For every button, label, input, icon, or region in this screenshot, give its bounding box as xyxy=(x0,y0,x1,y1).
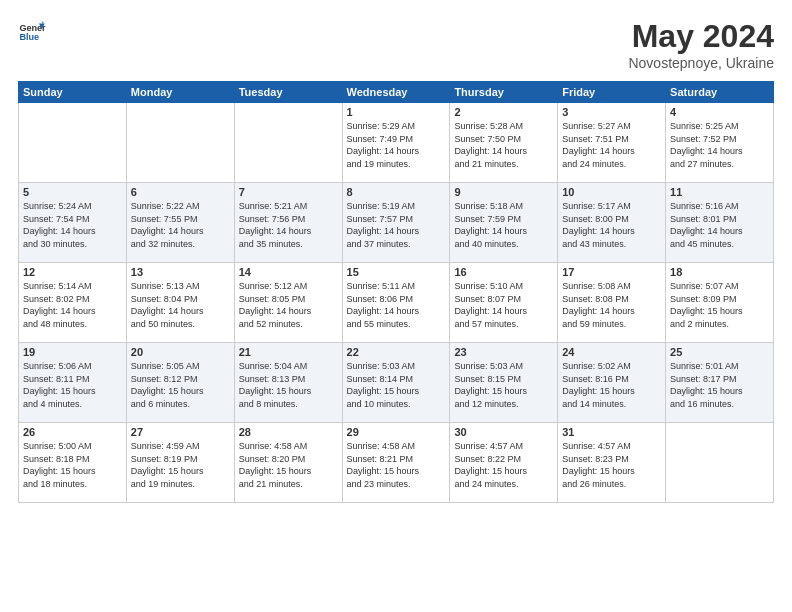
table-row xyxy=(234,103,342,183)
cell-info: Sunrise: 5:22 AM Sunset: 7:55 PM Dayligh… xyxy=(131,200,230,250)
cell-info: Sunrise: 5:10 AM Sunset: 8:07 PM Dayligh… xyxy=(454,280,553,330)
table-row xyxy=(666,423,774,503)
day-number: 21 xyxy=(239,346,338,358)
cell-info: Sunrise: 5:18 AM Sunset: 7:59 PM Dayligh… xyxy=(454,200,553,250)
cell-info: Sunrise: 5:21 AM Sunset: 7:56 PM Dayligh… xyxy=(239,200,338,250)
day-number: 12 xyxy=(23,266,122,278)
calendar: Sunday Monday Tuesday Wednesday Thursday… xyxy=(18,81,774,503)
day-number: 18 xyxy=(670,266,769,278)
table-row: 26Sunrise: 5:00 AM Sunset: 8:18 PM Dayli… xyxy=(19,423,127,503)
day-number: 3 xyxy=(562,106,661,118)
day-number: 27 xyxy=(131,426,230,438)
day-number: 29 xyxy=(347,426,446,438)
table-row: 13Sunrise: 5:13 AM Sunset: 8:04 PM Dayli… xyxy=(126,263,234,343)
cell-info: Sunrise: 5:08 AM Sunset: 8:08 PM Dayligh… xyxy=(562,280,661,330)
cell-info: Sunrise: 5:04 AM Sunset: 8:13 PM Dayligh… xyxy=(239,360,338,410)
table-row: 18Sunrise: 5:07 AM Sunset: 8:09 PM Dayli… xyxy=(666,263,774,343)
cell-info: Sunrise: 4:58 AM Sunset: 8:20 PM Dayligh… xyxy=(239,440,338,490)
table-row: 30Sunrise: 4:57 AM Sunset: 8:22 PM Dayli… xyxy=(450,423,558,503)
cell-info: Sunrise: 5:13 AM Sunset: 8:04 PM Dayligh… xyxy=(131,280,230,330)
day-number: 17 xyxy=(562,266,661,278)
col-wednesday: Wednesday xyxy=(342,82,450,103)
table-row: 23Sunrise: 5:03 AM Sunset: 8:15 PM Dayli… xyxy=(450,343,558,423)
cell-info: Sunrise: 4:58 AM Sunset: 8:21 PM Dayligh… xyxy=(347,440,446,490)
day-number: 19 xyxy=(23,346,122,358)
calendar-week-row: 19Sunrise: 5:06 AM Sunset: 8:11 PM Dayli… xyxy=(19,343,774,423)
cell-info: Sunrise: 5:14 AM Sunset: 8:02 PM Dayligh… xyxy=(23,280,122,330)
calendar-week-row: 1Sunrise: 5:29 AM Sunset: 7:49 PM Daylig… xyxy=(19,103,774,183)
cell-info: Sunrise: 5:05 AM Sunset: 8:12 PM Dayligh… xyxy=(131,360,230,410)
calendar-week-row: 26Sunrise: 5:00 AM Sunset: 8:18 PM Dayli… xyxy=(19,423,774,503)
day-number: 4 xyxy=(670,106,769,118)
col-thursday: Thursday xyxy=(450,82,558,103)
day-number: 15 xyxy=(347,266,446,278)
svg-text:Blue: Blue xyxy=(19,32,39,42)
header: General Blue May 2024 Novostepnoye, Ukra… xyxy=(18,18,774,71)
cell-info: Sunrise: 5:16 AM Sunset: 8:01 PM Dayligh… xyxy=(670,200,769,250)
col-monday: Monday xyxy=(126,82,234,103)
table-row: 12Sunrise: 5:14 AM Sunset: 8:02 PM Dayli… xyxy=(19,263,127,343)
day-number: 8 xyxy=(347,186,446,198)
day-number: 5 xyxy=(23,186,122,198)
day-number: 30 xyxy=(454,426,553,438)
day-number: 10 xyxy=(562,186,661,198)
table-row: 10Sunrise: 5:17 AM Sunset: 8:00 PM Dayli… xyxy=(558,183,666,263)
logo-icon: General Blue xyxy=(18,18,46,46)
day-number: 1 xyxy=(347,106,446,118)
table-row: 20Sunrise: 5:05 AM Sunset: 8:12 PM Dayli… xyxy=(126,343,234,423)
table-row: 15Sunrise: 5:11 AM Sunset: 8:06 PM Dayli… xyxy=(342,263,450,343)
location: Novostepnoye, Ukraine xyxy=(628,55,774,71)
table-row: 5Sunrise: 5:24 AM Sunset: 7:54 PM Daylig… xyxy=(19,183,127,263)
title-block: May 2024 Novostepnoye, Ukraine xyxy=(628,18,774,71)
cell-info: Sunrise: 5:00 AM Sunset: 8:18 PM Dayligh… xyxy=(23,440,122,490)
table-row: 24Sunrise: 5:02 AM Sunset: 8:16 PM Dayli… xyxy=(558,343,666,423)
day-number: 28 xyxy=(239,426,338,438)
table-row xyxy=(19,103,127,183)
day-number: 24 xyxy=(562,346,661,358)
table-row xyxy=(126,103,234,183)
col-friday: Friday xyxy=(558,82,666,103)
table-row: 9Sunrise: 5:18 AM Sunset: 7:59 PM Daylig… xyxy=(450,183,558,263)
cell-info: Sunrise: 5:28 AM Sunset: 7:50 PM Dayligh… xyxy=(454,120,553,170)
day-number: 16 xyxy=(454,266,553,278)
day-number: 31 xyxy=(562,426,661,438)
cell-info: Sunrise: 5:24 AM Sunset: 7:54 PM Dayligh… xyxy=(23,200,122,250)
cell-info: Sunrise: 5:03 AM Sunset: 8:15 PM Dayligh… xyxy=(454,360,553,410)
table-row: 14Sunrise: 5:12 AM Sunset: 8:05 PM Dayli… xyxy=(234,263,342,343)
cell-info: Sunrise: 5:29 AM Sunset: 7:49 PM Dayligh… xyxy=(347,120,446,170)
table-row: 1Sunrise: 5:29 AM Sunset: 7:49 PM Daylig… xyxy=(342,103,450,183)
table-row: 7Sunrise: 5:21 AM Sunset: 7:56 PM Daylig… xyxy=(234,183,342,263)
day-number: 22 xyxy=(347,346,446,358)
cell-info: Sunrise: 5:17 AM Sunset: 8:00 PM Dayligh… xyxy=(562,200,661,250)
col-tuesday: Tuesday xyxy=(234,82,342,103)
day-number: 13 xyxy=(131,266,230,278)
month-title: May 2024 xyxy=(628,18,774,55)
day-number: 9 xyxy=(454,186,553,198)
day-number: 23 xyxy=(454,346,553,358)
cell-info: Sunrise: 5:03 AM Sunset: 8:14 PM Dayligh… xyxy=(347,360,446,410)
table-row: 17Sunrise: 5:08 AM Sunset: 8:08 PM Dayli… xyxy=(558,263,666,343)
table-row: 16Sunrise: 5:10 AM Sunset: 8:07 PM Dayli… xyxy=(450,263,558,343)
cell-info: Sunrise: 5:19 AM Sunset: 7:57 PM Dayligh… xyxy=(347,200,446,250)
cell-info: Sunrise: 5:27 AM Sunset: 7:51 PM Dayligh… xyxy=(562,120,661,170)
cell-info: Sunrise: 4:59 AM Sunset: 8:19 PM Dayligh… xyxy=(131,440,230,490)
table-row: 11Sunrise: 5:16 AM Sunset: 8:01 PM Dayli… xyxy=(666,183,774,263)
day-number: 6 xyxy=(131,186,230,198)
table-row: 22Sunrise: 5:03 AM Sunset: 8:14 PM Dayli… xyxy=(342,343,450,423)
table-row: 29Sunrise: 4:58 AM Sunset: 8:21 PM Dayli… xyxy=(342,423,450,503)
cell-info: Sunrise: 5:01 AM Sunset: 8:17 PM Dayligh… xyxy=(670,360,769,410)
table-row: 3Sunrise: 5:27 AM Sunset: 7:51 PM Daylig… xyxy=(558,103,666,183)
calendar-header-row: Sunday Monday Tuesday Wednesday Thursday… xyxy=(19,82,774,103)
cell-info: Sunrise: 5:11 AM Sunset: 8:06 PM Dayligh… xyxy=(347,280,446,330)
table-row: 27Sunrise: 4:59 AM Sunset: 8:19 PM Dayli… xyxy=(126,423,234,503)
table-row: 6Sunrise: 5:22 AM Sunset: 7:55 PM Daylig… xyxy=(126,183,234,263)
table-row: 8Sunrise: 5:19 AM Sunset: 7:57 PM Daylig… xyxy=(342,183,450,263)
day-number: 2 xyxy=(454,106,553,118)
calendar-week-row: 5Sunrise: 5:24 AM Sunset: 7:54 PM Daylig… xyxy=(19,183,774,263)
day-number: 7 xyxy=(239,186,338,198)
page: General Blue May 2024 Novostepnoye, Ukra… xyxy=(0,0,792,612)
cell-info: Sunrise: 5:25 AM Sunset: 7:52 PM Dayligh… xyxy=(670,120,769,170)
col-saturday: Saturday xyxy=(666,82,774,103)
table-row: 2Sunrise: 5:28 AM Sunset: 7:50 PM Daylig… xyxy=(450,103,558,183)
table-row: 4Sunrise: 5:25 AM Sunset: 7:52 PM Daylig… xyxy=(666,103,774,183)
